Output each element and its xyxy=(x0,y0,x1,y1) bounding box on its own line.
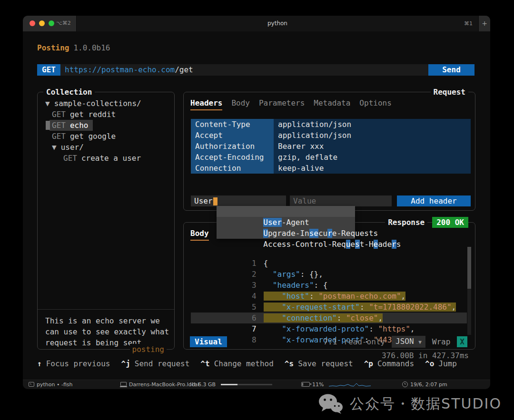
code-content: "x-forwarded-proto": "https", xyxy=(264,324,415,333)
code-content: "connection": "close", xyxy=(264,313,383,322)
response-tabs: Body xyxy=(190,229,209,241)
request-tab[interactable]: Body xyxy=(231,98,250,110)
cpu-label: 11% xyxy=(312,381,324,388)
code-content: { xyxy=(264,259,268,268)
collection-tree-item[interactable]: ▼ user/ xyxy=(38,142,174,153)
new-tab-button[interactable]: + xyxy=(479,16,490,31)
divider xyxy=(38,309,174,310)
code-token: , xyxy=(452,303,456,312)
header-row[interactable]: Authorization Bearer xxx xyxy=(191,141,471,152)
language-select[interactable]: JSON ▼ xyxy=(392,336,425,348)
keybinding-label: Focus previous xyxy=(46,359,110,368)
code-token: , xyxy=(410,324,415,333)
code-token xyxy=(264,270,273,279)
autocomplete-text-segment: U xyxy=(263,229,268,238)
terminal-window: ⌥⌘2 python ⌘1 + Posting1.0.0b16 GET http… xyxy=(23,16,490,389)
clock-label: 19/6, 2:07 pm xyxy=(410,381,447,388)
keybinding[interactable]: ^p Commands xyxy=(364,359,414,368)
status-badge: 200 OK xyxy=(432,217,468,228)
request-tab[interactable]: Parameters xyxy=(259,98,305,110)
collection-tree-item[interactable]: GET get reddit xyxy=(38,109,174,120)
header-value-cell: Bearer xxx xyxy=(274,141,471,152)
request-name: get google xyxy=(70,131,116,142)
zoom-window-button[interactable] xyxy=(49,20,54,26)
code-token xyxy=(264,292,282,301)
scrollbar[interactable] xyxy=(467,247,471,335)
header-row[interactable]: Content-Type application/json xyxy=(191,119,471,130)
selection-indicator xyxy=(46,121,50,130)
autocomplete-text-segment: r xyxy=(392,240,396,249)
autocomplete-text-segment: pgrade-In xyxy=(268,229,309,238)
terminal-tab[interactable]: python ⌘1 xyxy=(76,16,479,31)
collection-tree: ▼ sample-collections/ GET get reddit xyxy=(38,98,174,164)
request-tab[interactable]: Headers xyxy=(190,98,222,110)
send-button[interactable]: Send xyxy=(428,64,474,76)
code-token: "host" xyxy=(282,292,309,301)
expand-arrow-icon[interactable]: ▼ xyxy=(45,98,50,109)
line-number: 7 xyxy=(246,323,257,334)
header-row[interactable]: Accept application/json xyxy=(191,130,471,141)
keybinding[interactable]: ^s Save request xyxy=(285,359,353,368)
header-row[interactable]: Accept-Encoding gzip, deflate xyxy=(191,152,471,163)
autocomplete-text-segment: r xyxy=(327,229,332,238)
url-input[interactable]: https://postman-echo.com/get xyxy=(60,64,428,76)
request-name: echo xyxy=(70,120,89,131)
request-name: sample-collections/ xyxy=(54,98,141,109)
request-name: create a user xyxy=(81,153,141,164)
scrollbar-thumb[interactable] xyxy=(467,247,471,289)
screen: ⌥⌘2 python ⌘1 + Posting1.0.0b16 GET http… xyxy=(0,0,514,420)
keybinding[interactable]: ^o Jump xyxy=(425,359,457,368)
request-tab[interactable]: Metadata xyxy=(314,98,350,110)
header-key-input[interactable]: User xyxy=(191,195,286,206)
wrap-toggle[interactable]: X xyxy=(457,336,467,347)
autocomplete-text-segment: -Agent xyxy=(282,218,309,227)
url-bar: GET https://postman-echo.com/get Send xyxy=(37,64,474,76)
header-key-cell: Content-Type xyxy=(191,119,274,130)
code-token: "t=1718802022.486" xyxy=(369,303,451,312)
autocomplete-text-segment: s xyxy=(396,240,401,249)
response-tab-body[interactable]: Body xyxy=(190,229,209,241)
autocomplete-text-segment: s xyxy=(355,240,360,249)
collection-tree-item[interactable]: GET get google xyxy=(38,131,174,142)
readonly-label: read-only xyxy=(344,337,385,346)
code-content: "headers": { xyxy=(264,281,328,290)
cursor-position: 7:1 xyxy=(323,337,337,346)
header-key-input-value: User xyxy=(194,196,213,205)
header-key-cell: Accept-Encoding xyxy=(191,152,274,163)
editor-mode-badge: Visual xyxy=(190,336,227,347)
add-header-button[interactable]: Add header xyxy=(397,195,471,206)
header-value-input[interactable]: Value xyxy=(290,195,392,206)
cpu-segment: 11% xyxy=(301,380,371,389)
new-header-row: User Value Add header xyxy=(191,195,471,206)
header-autocomplete-dropdown: User-Agent Upgrade-Insecure-Requests Acc… xyxy=(217,206,355,239)
titlebar: ⌥⌘2 python ⌘1 + xyxy=(23,16,490,31)
keybinding-key: ^o xyxy=(425,359,434,368)
response-title-row: Response 200 OK xyxy=(385,217,468,228)
expand-arrow-icon[interactable]: ▼ xyxy=(52,142,57,153)
minimize-window-button[interactable] xyxy=(39,20,45,26)
header-key-cell: Authorization xyxy=(191,141,274,152)
text-cursor xyxy=(213,197,217,205)
hostname-label: Darrens-MacBook-Pro.local xyxy=(129,381,199,388)
code-token: "args" xyxy=(273,270,300,279)
collection-tree-item[interactable]: GET create a user xyxy=(38,153,174,164)
autocomplete-option[interactable]: User-Agent xyxy=(217,206,355,217)
code-token xyxy=(264,324,282,333)
method-badge[interactable]: GET xyxy=(37,64,60,76)
collection-tree-item[interactable]: ▼ sample-collections/ xyxy=(38,98,174,109)
keybinding[interactable]: ↑ Focus previous xyxy=(37,359,110,368)
keybinding[interactable]: ^j Send request xyxy=(121,359,190,368)
keybinding-label: Send request xyxy=(135,359,190,368)
request-tab[interactable]: Options xyxy=(359,98,391,110)
header-value-cell: application/json xyxy=(274,119,471,130)
autocomplete-text-segment: se xyxy=(309,229,318,238)
editor-status-row: Visual 7:1 read-only JSON ▼ Wrap X xyxy=(190,336,467,347)
autocomplete-text-segment: User xyxy=(263,218,282,227)
keybinding-label: Jump xyxy=(438,359,457,368)
header-value-cell: gzip, deflate xyxy=(274,152,471,163)
close-window-button[interactable] xyxy=(30,20,35,26)
header-row[interactable]: Connection keep-alive xyxy=(191,163,471,174)
watermark-text: 公众号・数据STUDIO xyxy=(350,394,502,414)
keybinding[interactable]: ^t Change method xyxy=(200,359,274,368)
collection-tree-item[interactable]: GET echo xyxy=(38,120,174,131)
